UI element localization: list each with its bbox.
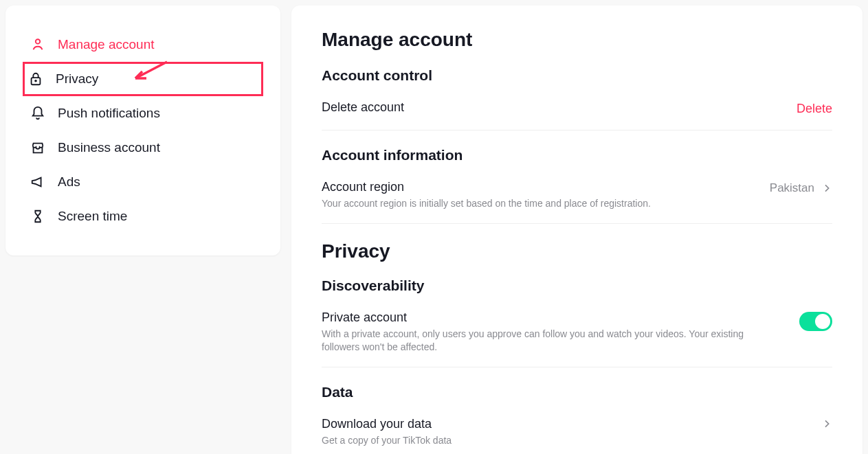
download-data-row[interactable]: Download your data Get a copy of your Ti… [322,410,832,454]
chevron-right-icon [821,418,832,429]
sidebar-item-label: Business account [58,140,160,155]
sidebar-item-business-account[interactable]: Business account [25,130,261,165]
sidebar-item-label: Privacy [56,71,98,87]
sidebar-item-push-notifications[interactable]: Push notifications [25,96,261,130]
settings-main-panel: Manage account Account control Delete ac… [291,5,863,454]
delete-account-label: Delete account [322,100,797,115]
megaphone-icon [30,174,45,190]
chevron-right-icon [821,183,832,194]
person-icon [30,37,45,52]
account-region-label: Account region [322,180,770,194]
sidebar-item-screen-time[interactable]: Screen time [25,199,261,234]
section-account-control-title: Account control [322,67,832,84]
private-account-desc: With a private account, only users you a… [322,328,748,354]
lock-icon [28,71,43,87]
svg-point-2 [35,80,36,82]
private-account-label: Private account [322,310,799,325]
account-region-desc: Your account region is initially set bas… [322,197,748,211]
page-title: Manage account [322,29,832,51]
sidebar-item-label: Screen time [58,209,127,224]
private-account-toggle[interactable] [799,312,832,331]
delete-button[interactable]: Delete [797,102,832,116]
section-account-information-title: Account information [322,147,832,163]
storefront-icon [30,140,45,155]
section-discoverability-title: Discoverability [322,277,832,294]
svg-point-0 [36,39,40,43]
private-account-row: Private account With a private account, … [322,304,832,367]
bell-icon [30,106,45,121]
sidebar-item-privacy[interactable]: Privacy [23,62,263,96]
sidebar-item-label: Ads [58,174,80,190]
download-data-desc: Get a copy of your TikTok data [322,434,748,448]
account-region-row[interactable]: Account region Your account region is in… [322,173,832,224]
hourglass-icon [30,209,45,224]
delete-account-row[interactable]: Delete account Delete [322,93,832,130]
sidebar-item-label: Manage account [58,37,155,52]
download-data-label: Download your data [322,417,821,431]
sidebar-item-manage-account[interactable]: Manage account [25,27,261,62]
settings-sidebar: Manage account Privacy Push notification… [5,5,280,256]
privacy-heading: Privacy [322,240,832,262]
section-data-title: Data [322,384,832,400]
account-region-value: Pakistan [770,181,814,195]
sidebar-item-label: Push notifications [58,106,160,121]
sidebar-item-ads[interactable]: Ads [25,165,261,199]
